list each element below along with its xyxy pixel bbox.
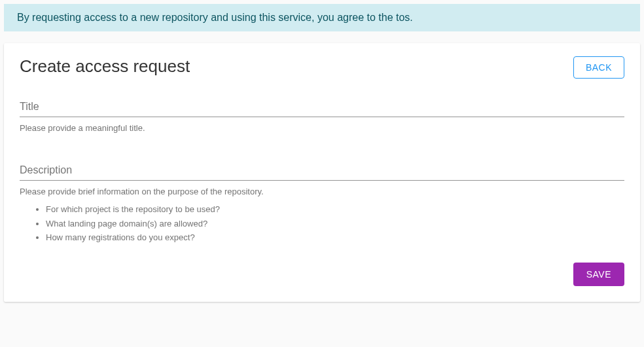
back-button[interactable]: BACK (573, 56, 624, 79)
list-item: For which project is the repository to b… (46, 203, 624, 216)
actions-row: SAVE (20, 263, 624, 286)
title-field-group: Please provide a meaningful title. (20, 97, 624, 134)
description-input[interactable] (20, 160, 624, 181)
description-helper-text: Please provide brief information on the … (20, 186, 624, 198)
title-helper-text: Please provide a meaningful title. (20, 122, 624, 134)
list-item: How many registrations do you expect? (46, 231, 624, 244)
description-helper-list: For which project is the repository to b… (46, 203, 624, 244)
save-button[interactable]: SAVE (573, 263, 624, 286)
page-title: Create access request (20, 56, 190, 77)
description-field-group: Please provide brief information on the … (20, 160, 624, 244)
card-header: Create access request BACK (20, 56, 624, 79)
list-item: What landing page domain(s) are allowed? (46, 217, 624, 230)
create-request-card: Create access request BACK Please provid… (4, 43, 640, 302)
title-input[interactable] (20, 97, 624, 117)
tos-banner-text: By requesting access to a new repository… (17, 12, 413, 23)
tos-banner: By requesting access to a new repository… (4, 4, 640, 31)
